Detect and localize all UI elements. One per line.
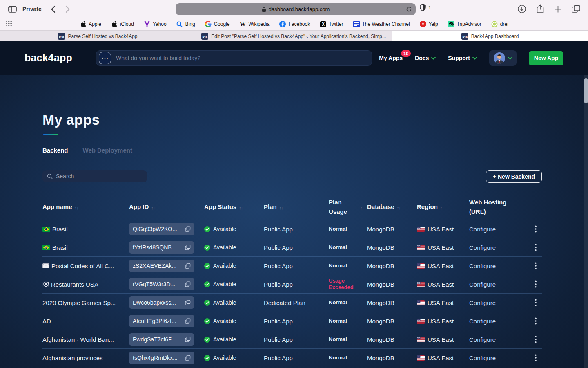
kebab-menu-icon[interactable] (535, 244, 537, 251)
sort-icon[interactable]: ↑↓ (360, 204, 364, 211)
favorite-yahoo[interactable]: Yahoo (144, 21, 167, 27)
column-header-region[interactable]: Region↑↓ (417, 202, 469, 211)
apps-search[interactable] (42, 170, 147, 182)
kebab-menu-icon[interactable] (535, 336, 537, 343)
configure-link[interactable]: Configure (469, 299, 496, 306)
sort-icon[interactable]: ↑↓ (239, 204, 243, 211)
kebab-menu-icon[interactable] (535, 262, 537, 269)
favorite-icloud[interactable]: iCloud (111, 21, 134, 27)
table-row[interactable]: 2020 Olympic Games Sp... Dwco6bapxxss...… (42, 293, 542, 312)
address-bar[interactable]: dashboard.back4app.com (176, 3, 416, 15)
favorites-grid-icon[interactable] (6, 21, 13, 27)
copy-icon[interactable] (185, 226, 191, 232)
app-id-pill[interactable]: fYzlRsd8SQNB... (129, 241, 194, 254)
configure-link[interactable]: Configure (469, 318, 496, 325)
back-button[interactable] (51, 5, 56, 13)
favorite-twitter[interactable]: XTwitter (320, 21, 343, 27)
downloads-icon[interactable] (517, 4, 526, 13)
favorite-yelp[interactable]: *Yelp (420, 21, 438, 27)
new-tab-icon[interactable] (554, 5, 562, 13)
app-id-pill[interactable]: zS2XAEVEZAk... (129, 260, 194, 272)
new-app-button[interactable]: New App (529, 51, 564, 65)
copy-icon[interactable] (185, 300, 191, 305)
tab-backend[interactable]: Backend (42, 147, 68, 159)
table-row[interactable]: Restaurants USA rVGqT5W3r3D... Available… (42, 275, 542, 293)
configure-link[interactable]: Configure (469, 355, 496, 361)
nav-support[interactable]: Support (448, 55, 477, 61)
configure-link[interactable]: Configure (469, 336, 496, 343)
column-header-database[interactable]: Database↑↓ (367, 202, 417, 211)
favorite-wikipedia[interactable]: WWikipedia (239, 21, 270, 27)
table-row[interactable]: AD AfcuHEg3PI6zf... Available Public App… (42, 312, 542, 330)
favorite-facebook[interactable]: Facebook (279, 21, 310, 27)
copy-icon[interactable] (185, 245, 191, 250)
table-row[interactable]: Brasil fYzlRsd8SQNB... Available Public … (42, 238, 542, 256)
app-id-pill[interactable]: AfcuHEg3PI6zf... (129, 315, 194, 327)
tab-web-deployment[interactable]: Web Deployment (83, 147, 132, 159)
copy-icon[interactable] (185, 318, 191, 324)
favorite-the-weather-channel[interactable]: The Weather Channel (353, 21, 410, 27)
favorite-tripadvisor[interactable]: TripAdvisor (448, 21, 481, 27)
kebab-menu-icon[interactable] (535, 280, 537, 288)
app-id-pill[interactable]: tsQhx4gRmDkx... (129, 352, 194, 364)
apps-search-input[interactable] (56, 173, 138, 180)
column-header-plan[interactable]: Plan↑↓ (264, 202, 329, 211)
sort-icon[interactable]: ↑↓ (151, 204, 155, 211)
tab-overview-icon[interactable] (572, 5, 581, 13)
table-row[interactable]: Afghanistan provinces tsQhx4gRmDkx... Av… (42, 348, 542, 367)
sort-icon[interactable]: ↑↓ (75, 204, 78, 211)
forward-button[interactable] (65, 5, 70, 13)
app-id-pill[interactable]: QiGq93pW2KO... (129, 223, 194, 235)
favorite-apple[interactable]: Apple (80, 21, 101, 27)
privacy-shield-icon[interactable] (420, 4, 426, 11)
scrollbar-track[interactable] (584, 75, 588, 368)
header-search[interactable]: ‹··› (96, 50, 372, 66)
sidebar-toggle-icon[interactable] (8, 6, 17, 13)
copy-icon[interactable] (185, 281, 191, 287)
dashboard-main: My apps Backend Web Deployment + New Bac… (0, 75, 588, 368)
copy-icon[interactable] (185, 337, 191, 342)
nav-my-apps[interactable]: My Apps 10 (379, 55, 403, 61)
configure-link[interactable]: Configure (469, 281, 496, 288)
favorite-bing[interactable]: Bing (176, 21, 195, 27)
sort-icon[interactable]: ↑↓ (397, 204, 401, 211)
flag-usa-icon (417, 337, 425, 342)
kebab-menu-icon[interactable] (535, 354, 537, 361)
column-header-app-id[interactable]: App ID↑↓ (129, 202, 204, 211)
nav-docs[interactable]: Docs (415, 55, 436, 61)
database-cell: MongoDB (367, 281, 417, 288)
browser-tab-1[interactable]: b4aParse Self Hosted vs Back4App (0, 31, 196, 42)
column-header-plan-usage[interactable]: Plan Usage↑↓ (329, 197, 367, 217)
configure-link[interactable]: Configure (469, 263, 496, 269)
sort-icon[interactable]: ↑↓ (279, 204, 283, 211)
account-menu[interactable] (489, 50, 517, 66)
table-row[interactable]: Brasil QiGq93pW2KO... Available Public A… (42, 220, 542, 238)
copy-icon[interactable] (185, 263, 191, 269)
region-cell: USA East (417, 263, 469, 269)
app-id-pill[interactable]: rVGqT5W3r3D... (129, 278, 194, 290)
app-id-pill[interactable]: PwdgSaT7cf6F... (129, 333, 194, 346)
header-search-input[interactable] (116, 55, 345, 61)
table-row[interactable]: Afghanistan - World Ban... PwdgSaT7cf6F.… (42, 330, 542, 348)
favorite-google[interactable]: Google (205, 21, 230, 27)
new-backend-button[interactable]: + New Backend (486, 170, 542, 183)
column-header-app-status[interactable]: App Status↑↓ (204, 202, 264, 211)
table-row[interactable]: Postal Codes of All C... zS2XAEVEZAk... … (42, 256, 542, 275)
reload-icon[interactable] (406, 6, 412, 12)
favorite-drei[interactable]: drei (491, 21, 508, 27)
kebab-menu-icon[interactable] (535, 225, 537, 233)
share-icon[interactable] (536, 4, 544, 14)
kebab-menu-icon[interactable] (535, 299, 537, 306)
column-header-app-name[interactable]: App name↑↓ (42, 202, 129, 211)
tab-bar: b4aParse Self Hosted vs Back4Appb4aEdit … (0, 30, 588, 41)
copy-icon[interactable] (185, 355, 191, 361)
browser-tab-3[interactable]: b4aBack4App Dashboard (392, 31, 588, 42)
configure-link[interactable]: Configure (469, 226, 496, 233)
kebab-menu-icon[interactable] (535, 317, 537, 325)
sort-icon[interactable]: ↑↓ (440, 204, 444, 211)
back4app-logo[interactable]: back4app (24, 52, 72, 64)
scrollbar-thumb[interactable] (584, 78, 588, 103)
configure-link[interactable]: Configure (469, 244, 496, 251)
app-id-pill[interactable]: Dwco6bapxxss... (129, 296, 194, 309)
browser-tab-2[interactable]: b4aEdit Post "Parse Self Hosted vs Back4… (196, 31, 392, 42)
